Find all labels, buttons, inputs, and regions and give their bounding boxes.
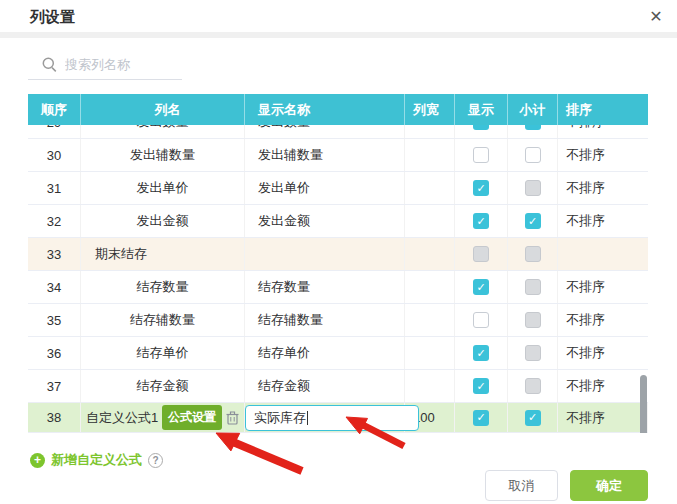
search-input[interactable] [65,57,175,72]
table-row: 37 结存金额 结存金额 不排序 [28,370,648,403]
show-checkbox[interactable] [473,147,489,163]
dialog-title: 列设置 [30,8,75,27]
header-display-name: 显示名称 [245,94,405,125]
row-width [405,370,455,402]
table-row: 35 结存辅数量 结存辅数量 不排序 [28,304,648,337]
row-sort[interactable] [558,238,648,270]
row-sort[interactable]: 不排序 [558,125,648,138]
row-order: 34 [28,271,81,303]
red-arrow-to-formula-button [216,433,302,471]
row-sort[interactable]: 不排序 [558,205,648,237]
subtotal-checkbox[interactable] [525,180,541,196]
table-row: 33 期末结存 [28,238,648,271]
show-checkbox[interactable] [473,125,489,130]
table-scrollbar-thumb[interactable] [640,375,647,433]
row-order: 36 [28,337,81,369]
subtotal-cell [508,238,558,270]
table-row: 34 结存数量 结存数量 不排序 [28,271,648,304]
row-column-name: 结存辅数量 [81,304,245,336]
row-display-name: 结存单价 [245,337,405,369]
show-cell [455,238,508,270]
header-width: 列宽 [405,94,455,125]
show-checkbox[interactable] [473,213,489,229]
subtotal-cell [508,139,558,171]
row-sort[interactable]: 不排序 [558,172,648,204]
row-sort[interactable]: 不排序 [558,304,648,336]
show-cell [455,337,508,369]
custom-formula-row: 38 自定义公式1 公式设置 100 [28,403,648,433]
search-icon [42,57,57,72]
subtotal-cell [508,172,558,204]
subtotal-checkbox[interactable] [525,279,541,295]
show-checkbox[interactable] [473,246,489,262]
row-column-name: 发出数量 [81,125,245,138]
row-order: 35 [28,304,81,336]
row-sort[interactable]: 不排序 [558,337,648,369]
show-checkbox[interactable] [473,345,489,361]
subtotal-checkbox[interactable] [525,147,541,163]
subtotal-cell [508,205,558,237]
subtotal-checkbox[interactable] [525,246,541,262]
show-cell [455,205,508,237]
row-display-name: 发出单价 [245,172,405,204]
titlebar-divider [0,32,677,38]
row-width [405,125,455,138]
subtotal-cell [508,370,558,402]
row-column-name: 发出金额 [81,205,245,237]
row-column-name: 结存单价 [81,337,245,369]
show-checkbox[interactable] [473,312,489,328]
subtotal-checkbox[interactable] [525,125,541,130]
show-checkbox[interactable] [473,279,489,295]
row-width [405,205,455,237]
row-sort[interactable]: 不排序 [558,403,648,432]
show-cell [455,271,508,303]
close-icon[interactable]: ✕ [644,5,668,29]
row-order: 32 [28,205,81,237]
subtotal-cell [508,304,558,336]
plus-icon: + [30,453,45,468]
subtotal-checkbox[interactable] [525,410,541,426]
row-order: 30 [28,139,81,171]
subtotal-cell [508,125,558,138]
show-checkbox[interactable] [473,180,489,196]
header-order: 顺序 [28,94,81,125]
row-width [405,271,455,303]
row-width [405,172,455,204]
row-display-name: 结存数量 [245,271,405,303]
column-settings-dialog: 列设置 ✕ 顺序 列名 显示名称 列宽 显示 小计 排序 29 发出数量 发出数… [0,0,677,504]
help-icon[interactable]: ? [148,453,163,468]
add-custom-formula-link[interactable]: + 新增自定义公式 ? [30,450,163,470]
row-order: 33 [28,238,81,270]
confirm-button[interactable]: 确定 [570,470,648,501]
row-width [405,304,455,336]
row-sort[interactable]: 不排序 [558,370,648,402]
table-body: 29 发出数量 发出数量 不排序 30 发出辅数量 发出辅数量 不排序 31 发… [28,125,648,433]
display-name-input[interactable]: 实际库存 [245,405,419,431]
subtotal-checkbox[interactable] [525,312,541,328]
row-sort[interactable]: 不排序 [558,271,648,303]
table-row: 31 发出单价 发出单价 不排序 [28,172,648,205]
row-display-name: 发出辅数量 [245,139,405,171]
formula-settings-button[interactable]: 公式设置 [162,405,222,430]
subtotal-checkbox[interactable] [525,213,541,229]
table-row: 32 发出金额 发出金额 不排序 [28,205,648,238]
row-column-name-cell: 自定义公式1 公式设置 [81,403,245,432]
trash-icon [226,410,239,425]
row-display-name: 结存金额 [245,370,405,402]
delete-formula-button[interactable] [226,410,239,425]
show-cell [455,125,508,138]
row-sort[interactable]: 不排序 [558,139,648,171]
table-header-row: 顺序 列名 显示名称 列宽 显示 小计 排序 [28,94,648,125]
subtotal-checkbox[interactable] [525,378,541,394]
header-sort: 排序 [558,94,648,125]
row-width [405,337,455,369]
show-checkbox[interactable] [473,410,489,426]
row-width [405,139,455,171]
subtotal-checkbox[interactable] [525,345,541,361]
show-cell [455,139,508,171]
header-column-name: 列名 [81,94,245,125]
show-checkbox[interactable] [473,378,489,394]
row-order: 38 [28,403,81,432]
cancel-button[interactable]: 取消 [485,470,558,501]
subtotal-cell [508,271,558,303]
